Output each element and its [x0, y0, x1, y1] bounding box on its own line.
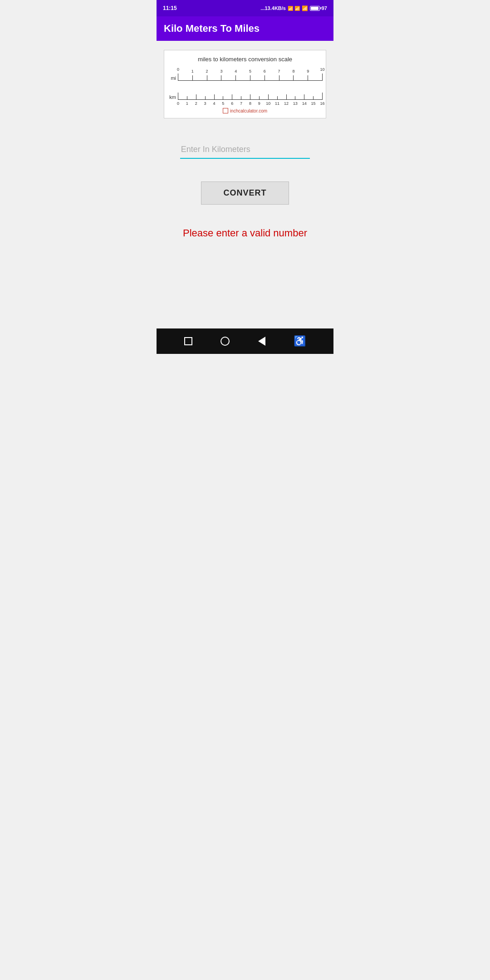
wifi-icon: 📶	[302, 5, 308, 11]
home-button[interactable]	[220, 337, 230, 346]
accessibility-button[interactable]: ♿	[294, 335, 306, 347]
km-ruler: 0 1 2 3 4 5 6	[178, 83, 322, 100]
calc-icon	[223, 108, 228, 113]
km-input[interactable]	[180, 141, 310, 159]
square-icon	[184, 337, 192, 345]
tick: 7	[279, 75, 279, 81]
tick: 3	[205, 96, 206, 100]
tick: 13	[295, 96, 295, 100]
tick: 10	[268, 94, 269, 100]
km-ruler-row: km 0 1 2 3 4 5	[168, 83, 322, 100]
tick: 5	[223, 96, 223, 100]
status-bar: 11:15 ...13.4KB/s 📶 📶 📶 97	[157, 0, 333, 16]
network-speed: ...13.4KB/s	[260, 5, 286, 11]
miles-ruler-row: mi 0 1 2 3 4 5	[168, 66, 322, 81]
tick: 0	[178, 93, 178, 100]
battery-level: 97	[322, 5, 327, 11]
tick: 9	[308, 75, 308, 81]
accessibility-icon: ♿	[294, 335, 306, 347]
miles-ruler: 0 1 2 3 4 5 6	[178, 66, 322, 81]
tick: 11	[277, 96, 278, 100]
tick: 0	[178, 74, 178, 81]
tick: 5	[250, 75, 250, 81]
signal-icons: 📶 📶	[288, 6, 300, 11]
tick: 10	[322, 74, 323, 81]
scale-title: miles to kilometers conversion scale	[168, 56, 322, 63]
tick: 4	[235, 75, 236, 81]
watermark-text: inchcalculator.com	[230, 108, 267, 113]
tick: 2	[207, 75, 207, 81]
tick: 15	[313, 96, 314, 100]
tick: 6	[232, 94, 232, 100]
time: 11:15	[163, 5, 177, 11]
status-right: ...13.4KB/s 📶 📶 📶 97	[260, 5, 327, 11]
tick: 6	[265, 75, 265, 81]
circle-icon	[220, 337, 230, 346]
app-bar: Kilo Meters To Miles	[157, 16, 333, 41]
back-triangle-icon	[258, 337, 265, 346]
tick: 8	[250, 94, 250, 100]
tick: 3	[221, 75, 221, 81]
recents-button[interactable]	[184, 337, 192, 345]
tick: 16	[322, 93, 323, 100]
watermark: inchcalculator.com	[168, 108, 322, 113]
tick: 12	[286, 94, 287, 100]
tick: 7	[241, 96, 241, 100]
main-content: miles to kilometers conversion scale mi …	[157, 41, 333, 328]
tick: 2	[196, 94, 196, 100]
miles-label: mi	[168, 75, 178, 81]
tick: 8	[293, 75, 294, 81]
tick: 4	[214, 94, 215, 100]
battery-icon	[310, 6, 320, 11]
bottom-nav: ♿	[157, 328, 333, 354]
km-label: km	[168, 94, 178, 100]
battery-fill	[311, 7, 318, 10]
input-container	[180, 141, 310, 159]
back-button[interactable]	[258, 337, 265, 346]
app-title: Kilo Meters To Miles	[164, 23, 260, 34]
tick: 1	[187, 96, 187, 100]
error-message: Please enter a valid number	[174, 227, 316, 239]
tick: 14	[304, 94, 304, 100]
scale-container: miles to kilometers conversion scale mi …	[164, 50, 326, 118]
convert-button[interactable]: CONVERT	[201, 181, 289, 205]
tick: 1	[192, 75, 193, 81]
tick: 9	[259, 96, 260, 100]
